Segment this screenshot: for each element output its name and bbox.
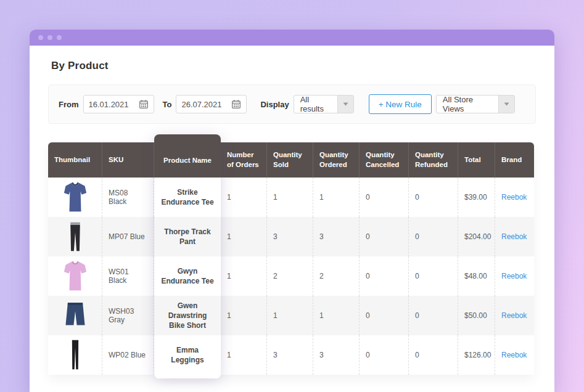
black-leggings-icon	[64, 338, 87, 372]
orders-cell: 1	[221, 335, 267, 375]
by-product-table: Thumbnail SKU Number of Orders Quantity …	[48, 142, 534, 375]
brand-cell: Reebok	[495, 335, 534, 375]
store-views-value: All Store Views	[437, 96, 498, 113]
qty-ordered-cell: 1	[313, 178, 360, 217]
total-cell: $204.00	[458, 217, 495, 256]
sku-cell: MP07 Blue	[102, 217, 154, 256]
window-titlebar	[30, 30, 554, 46]
column-header-quantity-refunded: Quantity Refunded	[409, 142, 458, 178]
brand-link[interactable]: Reebok	[501, 193, 527, 202]
brand-cell: Reebok	[495, 256, 534, 296]
chevron-down-icon[interactable]	[498, 96, 514, 113]
thumbnail-cell	[48, 335, 102, 375]
table-header-row: Thumbnail SKU Number of Orders Quantity …	[48, 142, 534, 178]
total-cell: $39.00	[458, 178, 495, 217]
pink-tee-icon	[64, 259, 87, 293]
qty-sold-cell: 1	[267, 178, 313, 217]
window-control-dot[interactable]	[57, 35, 62, 40]
product-name-column-card: Product Name Strike Endurance Tee Thorpe…	[154, 134, 221, 378]
sku-cell: WP02 Blue	[102, 335, 154, 375]
column-header-brand: Brand	[495, 142, 534, 178]
qty-ordered-cell: 3	[313, 335, 360, 375]
qty-refunded-cell: 0	[409, 296, 458, 335]
qty-refunded-cell: 0	[409, 217, 458, 256]
sku-cell: WSH03 Gray	[102, 296, 154, 335]
thumbnail-cell	[48, 256, 102, 296]
brand-link[interactable]: Reebok	[501, 311, 527, 320]
new-rule-button[interactable]: + New Rule	[369, 94, 432, 114]
blue-vneck-tee-icon	[64, 181, 87, 214]
window-control-dot[interactable]	[47, 35, 52, 40]
brand-link[interactable]: Reebok	[501, 272, 527, 280]
qty-refunded-cell: 0	[409, 178, 458, 217]
column-header-quantity-sold: Quantity Sold	[267, 142, 313, 178]
qty-ordered-cell: 3	[313, 217, 360, 256]
table-row: WSH03 Gray 1 1 1 0 0 $50.00 Reebok	[48, 296, 534, 335]
column-header-product-name: Product Name	[154, 134, 221, 178]
filter-bar: From 16.01.2021 To 26.07.2021	[48, 84, 536, 124]
qty-cancelled-cell: 0	[360, 256, 409, 296]
qty-cancelled-cell: 0	[360, 296, 409, 335]
product-name-cell: Thorpe Track Pant	[154, 217, 221, 256]
table-row: MS08 Black 1 1 1 0 0 $39.00 Reebok	[48, 178, 534, 217]
qty-ordered-cell: 2	[313, 256, 360, 296]
store-views-select[interactable]: All Store Views	[436, 95, 515, 113]
product-name-cell: Gwyn Endurance Tee	[154, 256, 221, 296]
page-title: By Product	[51, 60, 554, 72]
brand-cell: Reebok	[495, 296, 534, 335]
to-date-input[interactable]: 26.07.2021	[176, 95, 247, 113]
qty-sold-cell: 1	[267, 296, 313, 335]
product-name-card-bottom-cap	[154, 375, 221, 378]
to-label: To	[163, 100, 172, 109]
brand-link[interactable]: Reebok	[501, 232, 527, 241]
qty-cancelled-cell: 0	[360, 178, 409, 217]
qty-sold-cell: 2	[267, 256, 313, 296]
display-select-value: All results	[294, 96, 337, 113]
qty-sold-cell: 3	[267, 335, 313, 375]
column-header-quantity-ordered: Quantity Ordered	[313, 142, 360, 178]
orders-cell: 1	[221, 256, 267, 296]
sku-cell: MS08 Black	[102, 178, 154, 217]
orders-cell: 1	[221, 217, 267, 256]
table-row: MP07 Blue 1 3 3 0 0 $204.00 Reebok	[48, 217, 534, 256]
from-date-input[interactable]: 16.01.2021	[83, 95, 154, 113]
column-header-quantity-cancelled: Quantity Cancelled	[360, 142, 409, 178]
from-date-value: 16.01.2021	[89, 100, 129, 109]
qty-cancelled-cell: 0	[360, 335, 409, 375]
column-header-total: Total	[458, 142, 495, 178]
total-cell: $126.00	[458, 335, 495, 375]
chevron-down-icon[interactable]	[337, 96, 353, 113]
column-header-sku: SKU	[102, 142, 154, 178]
display-label: Display	[260, 100, 289, 109]
qty-cancelled-cell: 0	[360, 217, 409, 256]
qty-ordered-cell: 1	[313, 296, 360, 335]
product-name-cell: Emma Leggings	[154, 335, 221, 375]
qty-refunded-cell: 0	[409, 335, 458, 375]
product-name-cell: Strike Endurance Tee	[154, 178, 221, 217]
thumbnail-cell	[48, 217, 102, 256]
qty-refunded-cell: 0	[409, 256, 458, 296]
brand-link[interactable]: Reebok	[501, 351, 527, 359]
sku-cell: WS01 Black	[102, 256, 154, 296]
qty-sold-cell: 3	[267, 217, 313, 256]
table-row: WS01 Black 1 2 2 0 0 $48.00 Reebok	[48, 256, 534, 296]
product-name-cell: Gwen Drawstring Bike Short	[154, 296, 221, 335]
display-select[interactable]: All results	[294, 95, 354, 113]
to-date-value: 26.07.2021	[181, 100, 221, 109]
total-cell: $50.00	[458, 296, 495, 335]
thumbnail-cell	[48, 178, 102, 217]
window-control-dot[interactable]	[38, 35, 43, 40]
column-header-thumbnail: Thumbnail	[48, 142, 102, 178]
black-track-pants-icon	[64, 220, 87, 253]
total-cell: $48.00	[458, 256, 495, 296]
brand-cell: Reebok	[495, 217, 534, 256]
blue-bike-shorts-icon	[64, 299, 87, 332]
from-label: From	[59, 100, 79, 109]
calendar-icon[interactable]	[231, 99, 241, 109]
brand-cell: Reebok	[495, 178, 534, 217]
column-header-number-of-orders: Number of Orders	[221, 142, 267, 178]
table-row: WP02 Blue 1 3 3 0 0 $126.00 Reebok	[48, 335, 534, 375]
thumbnail-cell	[48, 296, 102, 335]
app-window: By Product From 16.01.2021 To 26.07.2021	[30, 30, 554, 392]
calendar-icon[interactable]	[139, 99, 149, 109]
